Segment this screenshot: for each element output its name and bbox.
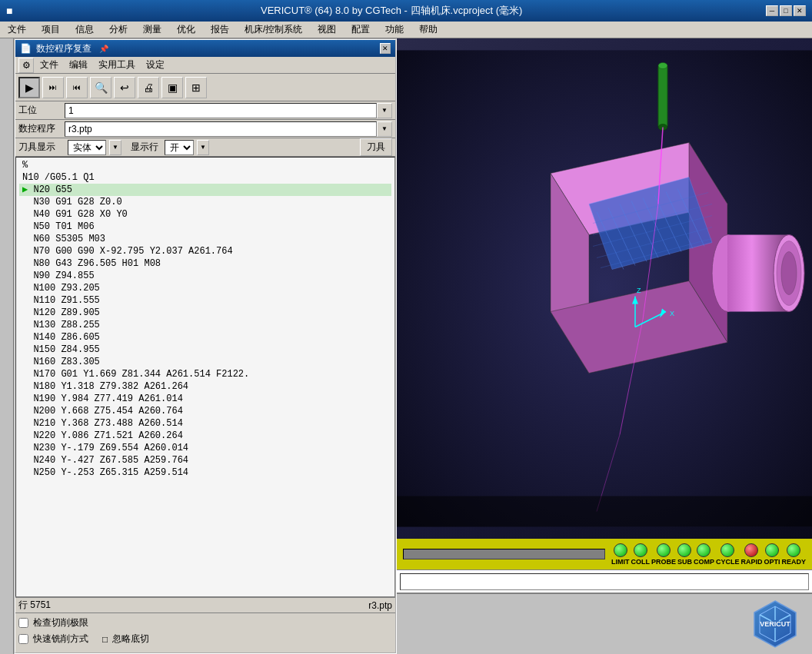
svg-text:X: X [670, 310, 674, 317]
menu-view[interactable]: 视图 [310, 22, 344, 38]
light-limit [614, 543, 627, 557]
nc-menu-edit[interactable]: 编辑 [65, 57, 92, 73]
menu-optimize[interactable]: 优化 [169, 22, 203, 38]
code-line-21: N210 Y.368 Z73.488 A260.514 [19, 417, 391, 430]
label-ready: READY [781, 558, 806, 566]
checkbox-row-0: 检查切削极限 [18, 616, 392, 629]
work-offset-row: 工位 ▼ [15, 101, 395, 120]
code-line-1: N10 /G05.1 Q1 [19, 171, 391, 184]
nc-btn-step-fwd[interactable]: ⏭ [42, 77, 64, 98]
indicator-group: LIMIT COLL PROBE SUB COMP [611, 543, 806, 566]
display-label: 刀具显示 [18, 141, 65, 154]
menu-config[interactable]: 配置 [344, 22, 378, 38]
label-limit: LIMIT [611, 558, 630, 566]
title-text: VERICUT® (64) 8.0 by CGTech - 四轴机床.vcpro… [17, 4, 766, 18]
nc-program-dropdown[interactable]: ▼ [377, 121, 392, 137]
part-rendering: X Z [397, 38, 812, 539]
check-rapid-mill[interactable] [18, 634, 28, 644]
code-line-10: N100 Z93.205 [19, 282, 391, 294]
viewport-bottom-input [397, 569, 812, 593]
menu-file[interactable]: 文件 [0, 22, 34, 38]
nc-menu-settings[interactable]: 设定 [141, 57, 169, 73]
nc-status-bar: 行 5751 r3.ptp [15, 597, 395, 613]
tool-btn[interactable]: 刀具 [360, 138, 392, 156]
code-line-18: N180 Y1.318 Z79.382 A261.264 [19, 380, 391, 393]
light-ready [787, 543, 800, 557]
menu-function[interactable]: 功能 [378, 22, 411, 38]
menu-analysis[interactable]: 分析 [102, 22, 135, 38]
nc-code-area[interactable]: % N10 /G05.1 Q1 ▶ N20 G55 N30 G91 G28 Z0… [15, 157, 395, 597]
menu-machine[interactable]: 机床/控制系统 [237, 22, 310, 38]
nc-menu-file[interactable]: 文件 [35, 57, 63, 73]
light-rapid [744, 543, 758, 557]
nc-btn-print[interactable]: 🖨 [138, 77, 159, 98]
label-opti: OPTI [764, 558, 780, 566]
indicator-rapid: RAPID [740, 543, 762, 566]
indicator-ready: READY [781, 543, 806, 566]
close-btn[interactable]: ✕ [794, 5, 806, 16]
nc-btn-step-back[interactable]: ⏮ [66, 77, 88, 98]
work-offset-label: 工位 [18, 104, 65, 117]
label-comp: COMP [694, 558, 714, 566]
light-comp [697, 543, 710, 557]
code-line-2: ▶ N20 G55 [19, 184, 391, 196]
work-offset-input[interactable] [65, 103, 377, 118]
nc-panel-close[interactable]: ✕ [380, 43, 391, 54]
svg-text:VERICUT: VERICUT [760, 620, 790, 628]
code-line-25: N250 Y-.253 Z65.315 A259.514 [19, 466, 391, 479]
minimize-btn[interactable]: ─ [766, 5, 778, 16]
indicator-comp: COMP [694, 543, 714, 566]
code-line-15: N150 Z84.955 [19, 344, 391, 356]
menu-info[interactable]: 信息 [68, 22, 102, 38]
menu-report[interactable]: 报告 [203, 22, 237, 38]
nc-toolbar: ⚙ 文件 编辑 实用工具 设定 [15, 57, 395, 74]
menu-help[interactable]: 帮助 [411, 22, 445, 38]
bottom-area: VERICUT [397, 593, 812, 654]
nc-panel: 📄 数控程序复查 📌 ✕ ⚙ 文件 编辑 实用工具 设定 ▶ ⏭ ⏮ 🔍 ↩ 🖨… [14, 38, 397, 654]
display-mode-arrow[interactable]: ▼ [109, 140, 121, 155]
code-line-19: N190 Y.984 Z77.419 A261.014 [19, 393, 391, 405]
light-probe [657, 543, 671, 557]
check-cut-limit[interactable] [18, 618, 28, 628]
logo-svg: VERICUT [748, 597, 802, 651]
nc-program-row: 数控程序 ▼ [15, 120, 395, 138]
status-file: r3.ptp [368, 600, 392, 611]
check-ignore-sep: □ [102, 634, 108, 645]
code-line-7: N70 G00 G90 X-92.795 Y2.037 A261.764 [19, 245, 391, 257]
nc-buttons: ▶ ⏭ ⏮ 🔍 ↩ 🖨 ▣ ⊞ [15, 74, 395, 101]
restore-btn[interactable]: □ [780, 5, 792, 16]
light-opti [765, 543, 779, 557]
progress-bar [403, 549, 605, 559]
nc-program-label: 数控程序 [18, 122, 65, 135]
indicator-probe: PROBE [651, 543, 676, 566]
nc-btn-run[interactable]: ▶ [18, 77, 40, 98]
nc-panel-pin: 📌 [99, 45, 108, 53]
work-offset-dropdown[interactable]: ▼ [377, 103, 392, 118]
status-indicators: LIMIT COLL PROBE SUB COMP [397, 539, 812, 569]
display-mode-select[interactable]: 实体 [68, 140, 106, 155]
menu-measure[interactable]: 测量 [135, 22, 169, 38]
label-coll: COLL [631, 558, 650, 566]
viewport-3d[interactable]: X Z [397, 38, 812, 539]
code-line-3: N30 G91 G28 Z0.0 [19, 196, 391, 208]
nc-btn-layout1[interactable]: ▣ [161, 77, 183, 98]
menu-project[interactable]: 项目 [34, 22, 68, 38]
display-row-label: 显示行 [131, 141, 158, 154]
code-line-16: N160 Z83.305 [19, 356, 391, 368]
indicator-opti: OPTI [764, 543, 780, 566]
display-row-select[interactable]: 开 [165, 140, 194, 155]
command-input[interactable] [400, 573, 809, 590]
code-line-14: N140 Z86.605 [19, 331, 391, 344]
app-icon: ■ [6, 5, 12, 17]
code-line-9: N90 Z94.855 [19, 270, 391, 282]
nc-btn-undo[interactable]: ↩ [114, 77, 135, 98]
status-line: 行 5751 [18, 599, 365, 612]
nc-menu-tools[interactable]: 实用工具 [94, 57, 140, 73]
nc-btn-search[interactable]: 🔍 [90, 77, 111, 98]
display-row-arrow[interactable]: ▼ [197, 140, 209, 155]
code-line-24: N240 Y-.427 Z67.585 A259.764 [19, 454, 391, 466]
nc-panel-icon: 📄 [20, 43, 32, 54]
nc-btn-layout2[interactable]: ⊞ [185, 77, 207, 98]
code-line-5: N50 T01 M06 [19, 221, 391, 233]
nc-program-input[interactable] [65, 121, 377, 137]
